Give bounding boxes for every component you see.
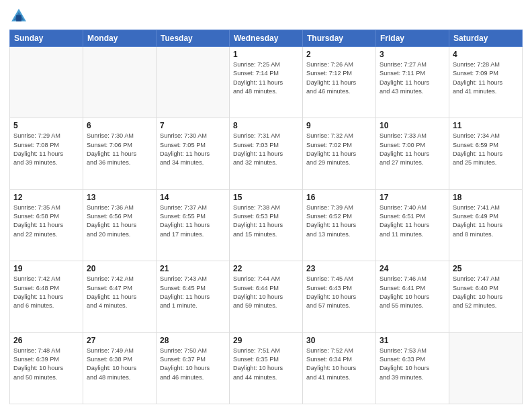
day-info: Sunrise: 7:38 AMSunset: 6:53 PMDaylight:… xyxy=(233,203,299,239)
svg-rect-2 xyxy=(16,15,21,21)
day-cell: 6Sunrise: 7:30 AMSunset: 7:06 PMDaylight… xyxy=(83,118,157,189)
day-number: 24 xyxy=(380,264,445,273)
day-number: 17 xyxy=(380,193,445,202)
day-info: Sunrise: 7:25 AMSunset: 7:14 PMDaylight:… xyxy=(233,60,299,96)
week-row-0: 1Sunrise: 7:25 AMSunset: 7:14 PMDaylight… xyxy=(10,47,523,118)
day-cell: 11Sunrise: 7:34 AMSunset: 6:59 PMDayligh… xyxy=(449,118,523,189)
logo-icon xyxy=(9,7,28,26)
day-cell: 23Sunrise: 7:45 AMSunset: 6:43 PMDayligh… xyxy=(303,261,376,332)
day-cell: 14Sunrise: 7:37 AMSunset: 6:55 PMDayligh… xyxy=(157,189,230,261)
day-number: 14 xyxy=(160,193,226,202)
day-cell: 18Sunrise: 7:41 AMSunset: 6:49 PMDayligh… xyxy=(449,189,523,261)
weekday-header-monday: Monday xyxy=(83,30,157,47)
weekday-header-sunday: Sunday xyxy=(10,30,83,47)
day-cell: 4Sunrise: 7:28 AMSunset: 7:09 PMDaylight… xyxy=(449,47,523,118)
day-cell: 21Sunrise: 7:43 AMSunset: 6:45 PMDayligh… xyxy=(157,261,230,332)
day-number: 3 xyxy=(380,50,445,59)
page: SundayMondayTuesdayWednesdayThursdayFrid… xyxy=(0,0,532,411)
day-number: 27 xyxy=(87,336,152,345)
day-number: 19 xyxy=(13,264,79,273)
day-info: Sunrise: 7:26 AMSunset: 7:12 PMDaylight:… xyxy=(306,60,372,96)
day-info: Sunrise: 7:50 AMSunset: 6:37 PMDaylight:… xyxy=(160,347,226,382)
day-number: 31 xyxy=(380,336,445,345)
day-info: Sunrise: 7:42 AMSunset: 6:48 PMDaylight:… xyxy=(13,275,79,310)
day-info: Sunrise: 7:41 AMSunset: 6:49 PMDaylight:… xyxy=(453,203,519,239)
day-info: Sunrise: 7:28 AMSunset: 7:09 PMDaylight:… xyxy=(453,60,519,96)
day-number: 7 xyxy=(160,121,226,130)
day-info: Sunrise: 7:47 AMSunset: 6:40 PMDaylight:… xyxy=(453,275,519,310)
day-number: 11 xyxy=(453,121,519,130)
day-number: 29 xyxy=(233,336,299,345)
day-info: Sunrise: 7:53 AMSunset: 6:33 PMDaylight:… xyxy=(380,347,445,382)
day-info: Sunrise: 7:39 AMSunset: 6:52 PMDaylight:… xyxy=(306,203,372,239)
day-number: 6 xyxy=(87,121,152,130)
day-cell: 28Sunrise: 7:50 AMSunset: 6:37 PMDayligh… xyxy=(157,332,230,404)
day-cell: 27Sunrise: 7:49 AMSunset: 6:38 PMDayligh… xyxy=(83,332,157,404)
day-cell: 19Sunrise: 7:42 AMSunset: 6:48 PMDayligh… xyxy=(10,261,83,332)
day-cell xyxy=(157,47,230,118)
day-info: Sunrise: 7:51 AMSunset: 6:35 PMDaylight:… xyxy=(233,347,299,382)
day-number: 2 xyxy=(306,50,372,59)
calendar-table: SundayMondayTuesdayWednesdayThursdayFrid… xyxy=(9,30,523,404)
day-number: 26 xyxy=(13,336,79,345)
day-cell: 7Sunrise: 7:30 AMSunset: 7:05 PMDaylight… xyxy=(157,118,230,189)
day-cell: 29Sunrise: 7:51 AMSunset: 6:35 PMDayligh… xyxy=(230,332,303,404)
day-number: 12 xyxy=(13,193,79,202)
day-number: 5 xyxy=(13,121,79,130)
day-info: Sunrise: 7:44 AMSunset: 6:44 PMDaylight:… xyxy=(233,275,299,310)
day-cell: 8Sunrise: 7:31 AMSunset: 7:03 PMDaylight… xyxy=(230,118,303,189)
day-cell: 3Sunrise: 7:27 AMSunset: 7:11 PMDaylight… xyxy=(376,47,449,118)
day-number: 4 xyxy=(453,50,519,59)
day-number: 22 xyxy=(233,264,299,273)
day-cell: 26Sunrise: 7:48 AMSunset: 6:39 PMDayligh… xyxy=(10,332,83,404)
day-cell xyxy=(10,47,83,118)
day-number: 21 xyxy=(160,264,226,273)
day-info: Sunrise: 7:35 AMSunset: 6:58 PMDaylight:… xyxy=(13,203,79,239)
day-number: 16 xyxy=(306,193,372,202)
day-info: Sunrise: 7:33 AMSunset: 7:00 PMDaylight:… xyxy=(380,132,445,167)
day-info: Sunrise: 7:31 AMSunset: 7:03 PMDaylight:… xyxy=(233,132,299,167)
week-row-4: 26Sunrise: 7:48 AMSunset: 6:39 PMDayligh… xyxy=(10,332,523,404)
weekday-header-tuesday: Tuesday xyxy=(157,30,230,47)
day-cell: 12Sunrise: 7:35 AMSunset: 6:58 PMDayligh… xyxy=(10,189,83,261)
week-row-1: 5Sunrise: 7:29 AMSunset: 7:08 PMDaylight… xyxy=(10,118,523,189)
day-number: 23 xyxy=(306,264,372,273)
day-number: 28 xyxy=(160,336,226,345)
day-cell: 15Sunrise: 7:38 AMSunset: 6:53 PMDayligh… xyxy=(230,189,303,261)
day-number: 30 xyxy=(306,336,372,345)
day-number: 8 xyxy=(233,121,299,130)
day-number: 20 xyxy=(87,264,152,273)
day-cell: 30Sunrise: 7:52 AMSunset: 6:34 PMDayligh… xyxy=(303,332,376,404)
day-info: Sunrise: 7:43 AMSunset: 6:45 PMDaylight:… xyxy=(160,275,226,310)
day-cell: 22Sunrise: 7:44 AMSunset: 6:44 PMDayligh… xyxy=(230,261,303,332)
day-cell: 25Sunrise: 7:47 AMSunset: 6:40 PMDayligh… xyxy=(449,261,523,332)
day-number: 13 xyxy=(87,193,152,202)
day-info: Sunrise: 7:42 AMSunset: 6:47 PMDaylight:… xyxy=(87,275,152,310)
day-cell: 16Sunrise: 7:39 AMSunset: 6:52 PMDayligh… xyxy=(303,189,376,261)
day-info: Sunrise: 7:52 AMSunset: 6:34 PMDaylight:… xyxy=(306,347,372,382)
day-info: Sunrise: 7:34 AMSunset: 6:59 PMDaylight:… xyxy=(453,132,519,167)
day-info: Sunrise: 7:27 AMSunset: 7:11 PMDaylight:… xyxy=(380,60,445,96)
day-cell: 17Sunrise: 7:40 AMSunset: 6:51 PMDayligh… xyxy=(376,189,449,261)
day-info: Sunrise: 7:30 AMSunset: 7:06 PMDaylight:… xyxy=(87,132,152,167)
header xyxy=(9,7,523,26)
day-number: 1 xyxy=(233,50,299,59)
day-cell xyxy=(83,47,157,118)
day-cell: 5Sunrise: 7:29 AMSunset: 7:08 PMDaylight… xyxy=(10,118,83,189)
weekday-header-friday: Friday xyxy=(376,30,449,47)
day-number: 10 xyxy=(380,121,445,130)
logo xyxy=(9,7,31,26)
day-cell: 2Sunrise: 7:26 AMSunset: 7:12 PMDaylight… xyxy=(303,47,376,118)
day-cell: 13Sunrise: 7:36 AMSunset: 6:56 PMDayligh… xyxy=(83,189,157,261)
day-info: Sunrise: 7:37 AMSunset: 6:55 PMDaylight:… xyxy=(160,203,226,239)
day-cell: 20Sunrise: 7:42 AMSunset: 6:47 PMDayligh… xyxy=(83,261,157,332)
weekday-header-wednesday: Wednesday xyxy=(230,30,303,47)
day-cell xyxy=(449,332,523,404)
day-info: Sunrise: 7:45 AMSunset: 6:43 PMDaylight:… xyxy=(306,275,372,310)
day-cell: 24Sunrise: 7:46 AMSunset: 6:41 PMDayligh… xyxy=(376,261,449,332)
day-cell: 10Sunrise: 7:33 AMSunset: 7:00 PMDayligh… xyxy=(376,118,449,189)
day-info: Sunrise: 7:29 AMSunset: 7:08 PMDaylight:… xyxy=(13,132,79,167)
day-number: 18 xyxy=(453,193,519,202)
weekday-header-row: SundayMondayTuesdayWednesdayThursdayFrid… xyxy=(10,30,523,47)
day-info: Sunrise: 7:49 AMSunset: 6:38 PMDaylight:… xyxy=(87,347,152,382)
